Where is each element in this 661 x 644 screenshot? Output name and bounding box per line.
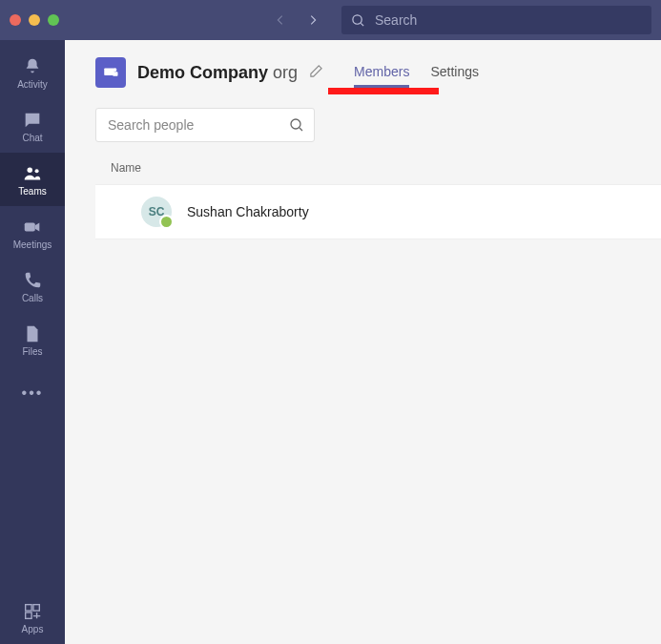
svg-point-10 (291, 119, 300, 129)
rail-teams[interactable]: Teams (0, 153, 65, 206)
member-name: Sushan Chakraborty (187, 204, 309, 219)
teams-icon (22, 163, 43, 184)
column-header-name: Name (65, 152, 661, 184)
rail-label: Files (22, 346, 42, 357)
search-icon (289, 117, 304, 133)
rail-files[interactable]: Files (0, 313, 65, 366)
pencil-icon (309, 64, 323, 78)
titlebar (0, 0, 661, 40)
search-people-input[interactable] (106, 116, 281, 134)
org-tabs: Members Settings (354, 58, 479, 88)
org-suffix: org (268, 63, 298, 82)
rail-meetings[interactable]: Meetings (0, 206, 65, 260)
chevron-left-icon (274, 13, 287, 27)
file-icon (22, 323, 43, 344)
org-icon (95, 57, 126, 88)
maximize-window-button[interactable] (48, 14, 59, 26)
nav-forward-button[interactable] (300, 7, 326, 33)
svg-rect-9 (113, 72, 117, 76)
tab-settings[interactable]: Settings (430, 58, 479, 88)
rail-calls[interactable]: Calls (0, 260, 65, 313)
svg-rect-4 (26, 604, 31, 610)
svg-point-2 (35, 169, 39, 173)
org-badge-icon (102, 64, 119, 81)
chevron-right-icon (306, 13, 320, 27)
close-window-button[interactable] (10, 14, 21, 26)
svg-rect-5 (33, 604, 39, 610)
global-search-input[interactable] (373, 11, 642, 29)
rail-label: Chat (22, 133, 42, 143)
tab-label: Settings (430, 64, 479, 79)
org-name: Demo Company (137, 63, 268, 82)
more-icon: ••• (22, 384, 44, 402)
rail-label: Teams (18, 186, 46, 197)
presence-available-icon (159, 215, 174, 229)
org-title: Demo Company org (137, 63, 298, 83)
rail-label: Meetings (13, 239, 52, 250)
video-icon (22, 217, 43, 238)
phone-icon (22, 270, 43, 291)
app-rail: Activity Chat Teams Meetings Calls Files… (0, 40, 65, 644)
svg-point-8 (114, 68, 117, 72)
svg-point-0 (353, 14, 361, 23)
org-header: Demo Company org Members Settings (65, 40, 661, 88)
tab-label: Members (354, 64, 409, 79)
rail-activity[interactable]: Activity (0, 46, 65, 99)
search-people[interactable] (95, 108, 315, 142)
rail-more[interactable]: ••• (0, 366, 65, 420)
global-search[interactable] (341, 6, 651, 34)
rail-apps[interactable]: Apps (0, 591, 65, 644)
apps-icon (22, 601, 43, 622)
search-icon (351, 13, 365, 28)
rail-chat[interactable]: Chat (0, 99, 65, 153)
avatar: SC (141, 197, 172, 227)
window-controls (10, 14, 59, 26)
svg-rect-6 (26, 612, 31, 617)
content-area: Demo Company org Members Settings Name S… (65, 40, 661, 644)
nav-history (267, 7, 326, 33)
nav-back-button[interactable] (267, 7, 294, 33)
member-row[interactable]: SC Sushan Chakraborty (95, 184, 661, 239)
edit-org-button[interactable] (309, 64, 323, 82)
tab-members[interactable]: Members (354, 58, 409, 88)
svg-point-1 (28, 167, 33, 173)
rail-label: Apps (22, 624, 44, 634)
rail-label: Calls (22, 293, 43, 303)
minimize-window-button[interactable] (29, 14, 40, 26)
annotation-highlight (328, 88, 439, 94)
rail-label: Activity (17, 79, 48, 90)
bell-icon (22, 56, 43, 77)
chat-icon (22, 110, 43, 131)
svg-rect-7 (104, 69, 114, 76)
svg-rect-3 (25, 222, 35, 231)
